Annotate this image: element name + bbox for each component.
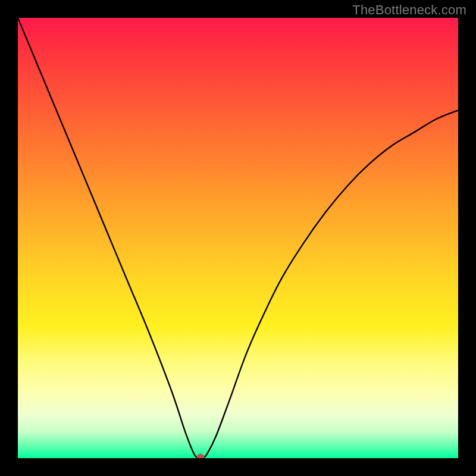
minimum-marker bbox=[197, 454, 204, 458]
bottleneck-curve bbox=[18, 18, 458, 458]
chart-container: TheBottleneck.com bbox=[0, 0, 476, 476]
plot-area bbox=[18, 18, 458, 458]
curve-svg bbox=[18, 18, 458, 458]
watermark-text: TheBottleneck.com bbox=[352, 2, 466, 18]
